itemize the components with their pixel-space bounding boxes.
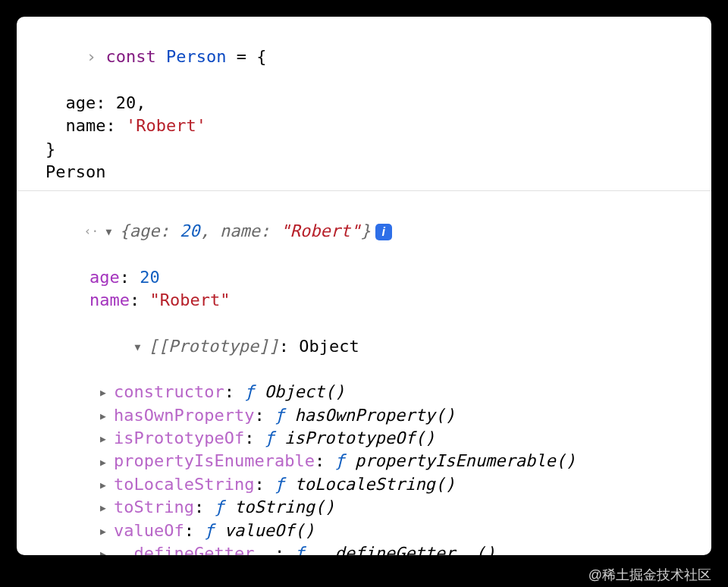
expand-toggle-icon[interactable]: ▶	[100, 432, 114, 446]
expand-toggle-icon[interactable]: ▶	[100, 456, 114, 469]
prototype-label: [[Prototype]]	[148, 337, 278, 356]
function-glyph-icon: ƒ	[214, 498, 224, 516]
function-signature: valueOf()	[224, 521, 315, 540]
prototype-method-row[interactable]: ▶toLocaleString: ƒ toLocaleString()	[17, 473, 711, 496]
function-signature: Object()	[265, 382, 345, 401]
output-marker-icon: ‹·	[77, 220, 105, 240]
function-glyph-icon: ƒ	[275, 475, 284, 494]
property-value: "Robert"	[149, 290, 230, 309]
console-input-block[interactable]: ›const Person = { age: 20, name: 'Robert…	[17, 17, 711, 191]
prototype-method-row[interactable]: ▶toString: ƒ toString()	[17, 496, 711, 519]
expand-toggle-icon[interactable]: ▼	[105, 225, 119, 239]
property-key: age	[89, 268, 120, 287]
expand-toggle-icon[interactable]: ▶	[100, 386, 114, 400]
prototype-value: Object	[299, 337, 359, 356]
expand-toggle-icon[interactable]: ▶	[100, 501, 114, 515]
function-glyph-icon: ƒ	[294, 544, 304, 555]
property-key: toString	[114, 498, 194, 516]
expand-toggle-icon[interactable]: ▼	[134, 341, 148, 354]
prototype-method-row[interactable]: ▶constructor: ƒ Object()	[17, 381, 711, 403]
function-signature: toString()	[234, 498, 334, 516]
summary-value: 20	[180, 221, 200, 240]
property-key: constructor	[114, 382, 224, 401]
code-text: }	[46, 140, 55, 159]
property-key: valueOf	[114, 521, 184, 540]
property-key: name	[89, 290, 130, 309]
code-text: name:	[46, 116, 126, 135]
summary-key: name	[220, 221, 260, 240]
function-signature: propertyIsEnumerable()	[355, 451, 576, 470]
property-key: __defineGetter__	[114, 544, 275, 555]
code-text: Person	[46, 162, 105, 181]
function-glyph-icon: ƒ	[204, 521, 214, 540]
function-glyph-icon: ƒ	[265, 428, 275, 447]
expand-toggle-icon[interactable]: ▶	[100, 548, 114, 555]
prototype-method-row[interactable]: ▶isPrototypeOf: ƒ isPrototypeOf()	[17, 427, 711, 450]
property-key: isPrototypeOf	[114, 428, 244, 447]
summary-close: }	[360, 221, 370, 240]
object-property-row[interactable]: name: "Robert"	[17, 289, 711, 312]
property-key: hasOwnProperty	[114, 406, 254, 425]
prototype-method-row[interactable]: ▶propertyIsEnumerable: ƒ propertyIsEnume…	[17, 450, 711, 472]
info-icon[interactable]: i	[375, 224, 392, 240]
function-glyph-icon: ƒ	[244, 382, 254, 401]
property-value: 20	[140, 268, 160, 287]
watermark: @稀土掘金技术社区	[588, 566, 711, 584]
function-signature: isPrototypeOf()	[284, 428, 435, 447]
input-prompt-icon: ›	[77, 46, 105, 68]
function-glyph-icon: ƒ	[334, 451, 344, 470]
property-key: toLocaleString	[114, 475, 254, 494]
devtools-console-panel: ›const Person = { age: 20, name: 'Robert…	[17, 17, 711, 555]
summary-value: "Robert"	[280, 221, 360, 240]
function-signature: toLocaleString()	[294, 475, 455, 494]
function-signature: hasOwnProperty()	[294, 406, 455, 425]
expand-toggle-icon[interactable]: ▶	[100, 410, 114, 423]
expand-toggle-icon[interactable]: ▶	[100, 479, 114, 492]
object-property-row[interactable]: age: 20	[17, 266, 711, 289]
console-output-block: ‹·▼{age: 20, name: "Robert"}i age: 20nam…	[17, 191, 711, 555]
summary-open: {	[119, 221, 129, 240]
code-string: 'Robert'	[126, 116, 206, 135]
prototype-method-row[interactable]: ▶valueOf: ƒ valueOf()	[17, 520, 711, 542]
code-identifier: Person	[166, 47, 226, 66]
function-glyph-icon: ƒ	[275, 406, 284, 425]
code-keyword: const	[105, 47, 155, 66]
summary-key: age	[130, 221, 160, 240]
expand-toggle-icon[interactable]: ▶	[100, 525, 114, 538]
prototype-method-row[interactable]: ▶hasOwnProperty: ƒ hasOwnProperty()	[17, 404, 711, 427]
code-text: age: 20,	[46, 93, 146, 112]
prototype-method-row[interactable]: ▶__defineGetter__: ƒ __defineGetter__()	[17, 542, 711, 555]
code-text: = {	[226, 47, 266, 66]
property-key: propertyIsEnumerable	[114, 451, 315, 470]
function-signature: __defineGetter__()	[315, 544, 495, 555]
